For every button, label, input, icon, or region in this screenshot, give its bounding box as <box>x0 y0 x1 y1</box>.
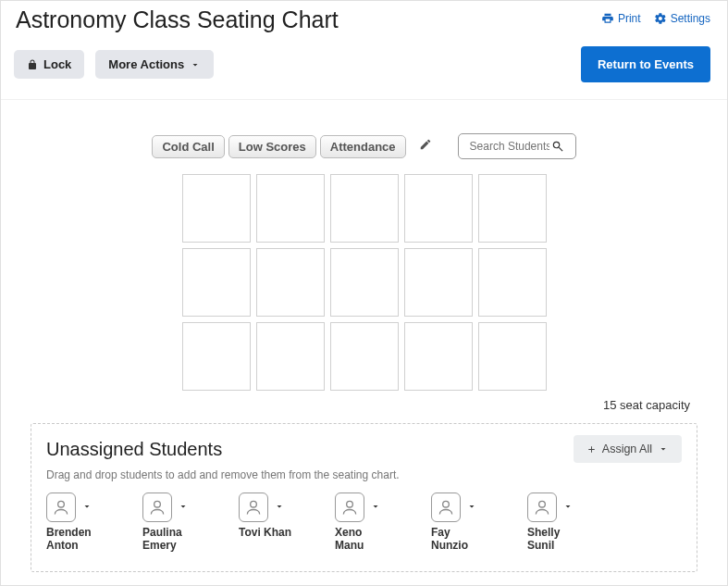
lock-label: Lock <box>43 57 71 71</box>
svg-point-5 <box>539 501 546 507</box>
chevron-down-icon <box>562 501 574 512</box>
person-icon <box>533 498 551 517</box>
plus-icon <box>586 444 597 455</box>
unassigned-panel: Unassigned Students Assign All Drag and … <box>31 423 697 572</box>
edit-icon[interactable] <box>419 138 432 155</box>
seat[interactable] <box>478 174 547 243</box>
student-name: Brenden Anton <box>46 526 102 553</box>
assign-all-label: Assign All <box>602 443 652 455</box>
student-top <box>46 492 93 522</box>
gear-icon <box>654 12 667 25</box>
seat[interactable] <box>182 322 251 391</box>
page-root: Astronomy Class Seating Chart Print Sett… <box>0 0 728 586</box>
student-menu-chevron[interactable] <box>562 499 574 516</box>
student-menu-chevron[interactable] <box>274 499 285 516</box>
pill-row: Cold Call Low Scores Attendance <box>152 135 405 158</box>
student-menu-chevron[interactable] <box>466 499 477 516</box>
seat[interactable] <box>404 248 473 317</box>
search-box[interactable] <box>458 133 576 159</box>
seat[interactable] <box>330 322 399 391</box>
seat[interactable] <box>330 248 399 317</box>
subheader-left: Lock More Actions <box>14 50 214 79</box>
chevron-down-icon <box>466 501 477 512</box>
more-actions-button[interactable]: More Actions <box>95 50 214 79</box>
unassigned-title: Unassigned Students <box>46 439 222 460</box>
svg-point-1 <box>154 501 161 507</box>
unassigned-description: Drag and drop students to add and remove… <box>46 468 682 481</box>
return-to-events-button[interactable]: Return to Events <box>581 46 710 82</box>
page-title: Astronomy Class Seating Chart <box>16 6 339 33</box>
svg-point-0 <box>58 501 65 507</box>
search-icon <box>551 140 564 153</box>
pill-low-scores[interactable]: Low Scores <box>228 135 316 158</box>
student-top <box>142 492 189 522</box>
search-input[interactable] <box>468 139 551 154</box>
student-name: Xeno Manu <box>335 526 390 553</box>
lock-button[interactable]: Lock <box>14 50 84 79</box>
seating-grid-wrap <box>1 168 727 391</box>
seat[interactable] <box>404 174 473 243</box>
print-label: Print <box>618 12 641 25</box>
unassigned-header: Unassigned Students Assign All <box>46 435 682 463</box>
pill-attendance[interactable]: Attendance <box>320 135 406 158</box>
student-card: Fay Nunzio <box>431 492 501 553</box>
student-card: Brenden Anton <box>46 492 117 553</box>
svg-point-4 <box>443 501 450 507</box>
header-actions: Print Settings <box>601 12 710 25</box>
student-name: Paulina Emery <box>142 526 198 553</box>
student-card: Paulina Emery <box>142 492 213 553</box>
seat[interactable] <box>182 174 251 243</box>
seat[interactable] <box>478 248 547 317</box>
student-avatar[interactable] <box>527 492 557 522</box>
seat[interactable] <box>404 322 473 391</box>
student-avatar[interactable] <box>239 492 268 522</box>
print-icon <box>601 12 614 25</box>
print-button[interactable]: Print <box>601 12 641 25</box>
seat[interactable] <box>478 322 547 391</box>
subheader: Lock More Actions Return to Events <box>1 33 727 100</box>
student-avatar[interactable] <box>335 492 364 522</box>
chevron-down-icon <box>274 501 285 512</box>
settings-button[interactable]: Settings <box>654 12 710 25</box>
student-name: Tovi Khan <box>239 526 291 539</box>
person-icon <box>340 498 359 517</box>
students-row: Brenden AntonPaulina EmeryTovi KhanXeno … <box>46 492 682 553</box>
student-menu-chevron[interactable] <box>370 499 381 516</box>
settings-label: Settings <box>671 12 710 25</box>
svg-point-2 <box>251 501 257 507</box>
student-avatar[interactable] <box>431 492 461 522</box>
person-icon <box>52 498 70 517</box>
student-top <box>527 492 574 522</box>
pill-cold-call[interactable]: Cold Call <box>152 135 224 158</box>
chevron-down-icon <box>370 501 381 512</box>
return-label: Return to Events <box>598 57 694 71</box>
person-icon <box>244 498 263 517</box>
person-icon <box>148 498 167 517</box>
seat[interactable] <box>330 174 399 243</box>
student-menu-chevron[interactable] <box>81 499 93 516</box>
lock-icon <box>27 59 38 70</box>
student-avatar[interactable] <box>46 492 76 522</box>
student-menu-chevron[interactable] <box>178 499 189 516</box>
seating-grid <box>182 174 547 391</box>
assign-all-button[interactable]: Assign All <box>574 435 682 463</box>
student-top <box>431 492 477 522</box>
student-card: Tovi Khan <box>239 492 309 553</box>
chevron-down-icon <box>178 501 189 512</box>
chevron-down-icon <box>658 443 669 455</box>
seat[interactable] <box>256 248 325 317</box>
student-card: Shelly Sunil <box>527 492 598 553</box>
capacity-text: 15 seat capacity <box>1 391 727 418</box>
header: Astronomy Class Seating Chart Print Sett… <box>1 1 727 33</box>
toolbar: Cold Call Low Scores Attendance <box>1 100 727 168</box>
student-avatar[interactable] <box>142 492 172 522</box>
student-card: Xeno Manu <box>335 492 405 553</box>
person-icon <box>437 498 455 517</box>
chevron-down-icon <box>81 501 93 512</box>
seat[interactable] <box>256 322 325 391</box>
seat[interactable] <box>182 248 251 317</box>
seat[interactable] <box>256 174 325 243</box>
student-top <box>239 492 285 522</box>
student-name: Shelly Sunil <box>527 526 583 553</box>
more-actions-label: More Actions <box>108 57 184 71</box>
